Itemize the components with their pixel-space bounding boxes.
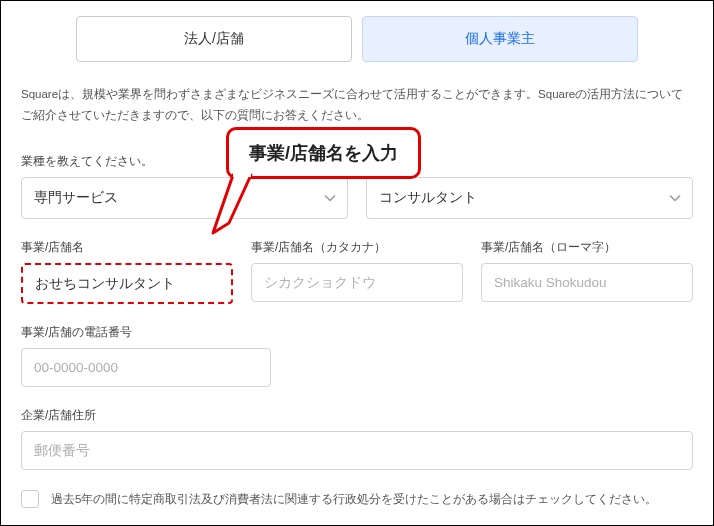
phone-input[interactable]	[21, 348, 271, 387]
category-select[interactable]: コンサルタント	[366, 177, 693, 219]
industry-select[interactable]: 専門サービス	[21, 177, 348, 219]
disclosure-checkbox[interactable]	[21, 490, 39, 508]
business-name-romaji-input[interactable]	[481, 263, 693, 302]
address-input[interactable]	[21, 431, 693, 470]
tab-corporate[interactable]: 法人/店舗	[76, 16, 352, 62]
business-name-katakana-label: 事業/店舗名（カタカナ）	[251, 239, 463, 256]
address-label: 企業/店舗住所	[21, 407, 693, 424]
industry-value: 専門サービス	[21, 177, 348, 219]
disclosure-checkbox-label: 過去5年の間に特定商取引法及び消費者法に関連する行政処分を受けたことがある場合は…	[51, 492, 657, 507]
business-name-input[interactable]	[21, 263, 233, 304]
callout-annotation: 事業/店舗名を入力	[226, 127, 421, 179]
business-name-label: 事業/店舗名	[21, 239, 233, 256]
callout-text: 事業/店舗名を入力	[226, 127, 421, 179]
description-text: Squareは、規模や業界を問わずさまざまなビジネスニーズに合わせて活用すること…	[21, 84, 693, 125]
category-value: コンサルタント	[366, 177, 693, 219]
phone-label: 事業/店舗の電話番号	[21, 324, 271, 341]
business-name-katakana-input[interactable]	[251, 263, 463, 302]
callout-tail-icon	[211, 173, 261, 257]
business-name-romaji-label: 事業/店舗名（ローマ字）	[481, 239, 693, 256]
tab-individual[interactable]: 個人事業主	[362, 16, 638, 62]
